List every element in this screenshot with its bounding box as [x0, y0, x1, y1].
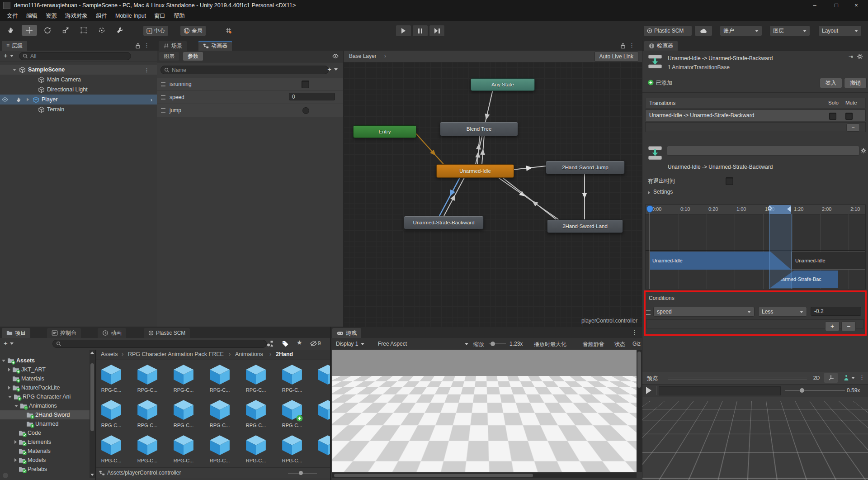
tab-plastic-scm[interactable]: Plastic SCM — [144, 328, 190, 338]
preview-play-button[interactable] — [646, 387, 651, 394]
add-condition-button[interactable]: + — [825, 321, 840, 331]
play-button[interactable] — [396, 25, 411, 37]
float-value-field[interactable]: 0 — [289, 93, 335, 100]
asset-item[interactable]: RPG-C... — [170, 363, 198, 393]
layout-dropdown[interactable]: Layout — [818, 25, 862, 36]
tab-project[interactable]: 项目 — [2, 328, 30, 338]
project-tree-item-materials[interactable]: Materials — [0, 374, 90, 383]
hierarchy-create-button[interactable]: + — [4, 52, 8, 59]
tab-hierarchy[interactable]: ≡层级 — [2, 41, 27, 51]
aspect-dropdown[interactable]: Free Aspect — [375, 339, 471, 348]
project-tree-item-elements[interactable]: Elements — [0, 437, 90, 447]
breadcrumb[interactable]: Base Layer — [349, 53, 377, 59]
game-vertical-scrollbar[interactable] — [637, 350, 642, 472]
animator-graph-canvas[interactable]: Any State Entry Blend Tree Unarmed-Idle … — [344, 62, 642, 327]
timeline-clip-unarmed-idle-b[interactable]: Unarmed-Idle — [791, 252, 866, 270]
project-create-caret-icon[interactable] — [10, 342, 14, 345]
game-menu-icon[interactable]: ⋮ — [632, 329, 637, 336]
hierarchy-search-input[interactable]: All — [19, 52, 131, 60]
hierarchy-scene-row[interactable]: SampleScene ⋮ — [0, 65, 157, 75]
state-node-unarmed-idle[interactable]: Unarmed-Idle — [436, 164, 514, 178]
preview-viewport[interactable]: 0:00 (000.0%) Frame 0 @稀土掘金技术社区 — [642, 397, 868, 480]
project-tree-item-assets[interactable]: Assets — [0, 356, 90, 365]
trigger-radio[interactable] — [302, 107, 309, 114]
move-tool-button[interactable] — [22, 25, 37, 36]
state-node-any-state[interactable]: Any State — [471, 78, 535, 91]
project-tree-item-jkt-art[interactable]: JKT_ART — [0, 365, 90, 374]
foldout-arrow-icon[interactable] — [13, 69, 16, 71]
asset-item[interactable]: RPG-C... — [97, 399, 125, 428]
project-tree-item-materials2[interactable]: Materials — [0, 447, 90, 456]
asset-item[interactable]: RPG-C... — [206, 434, 234, 463]
remove-condition-button[interactable]: − — [841, 321, 856, 331]
transform-tool-button[interactable] — [94, 25, 109, 36]
menu-window[interactable]: 窗口 — [150, 12, 170, 20]
breadcrumb-current[interactable]: 2Hand — [276, 351, 293, 357]
scene-menu-icon[interactable]: ⋮ — [144, 67, 150, 73]
thumbnail-size-slider-handle[interactable] — [299, 471, 303, 475]
asset-item[interactable]: RPG-C... — [278, 363, 306, 393]
close-button[interactable]: × — [846, 0, 866, 11]
tab-game[interactable]: 游戏 — [332, 328, 361, 338]
game-horizontal-scrollbar[interactable] — [332, 473, 637, 478]
maximize-button[interactable]: □ — [826, 0, 846, 11]
state-node-unarmed-strafe-backward[interactable]: Unarmed-Strafe-Backward — [404, 216, 484, 229]
project-tree-item-models[interactable]: Models — [0, 456, 90, 465]
asset-item[interactable]: RPG-C... — [206, 399, 234, 428]
project-tree-item-naturepacklite[interactable]: NaturePackLite — [0, 383, 90, 392]
menu-assets[interactable]: 资源 — [42, 12, 61, 20]
transition-range-band[interactable] — [769, 214, 792, 290]
remove-transition-button[interactable]: − — [846, 124, 860, 132]
asset-item[interactable]: RPG-C... — [133, 399, 161, 428]
asset-item[interactable]: RPG-C... — [242, 434, 270, 463]
tab-scene[interactable]: 场景 — [159, 41, 187, 51]
preview-avatar-dropdown[interactable] — [840, 373, 858, 383]
label-filter-icon[interactable] — [282, 341, 288, 347]
drag-handle-icon[interactable] — [161, 95, 165, 100]
menu-mobile-input[interactable]: Mobile Input — [111, 13, 150, 19]
scale-tool-button[interactable] — [58, 25, 73, 36]
gear-icon[interactable] — [857, 53, 863, 60]
hidden-count-icon[interactable] — [310, 341, 317, 347]
hierarchy-item-main-camera[interactable]: Main Camera — [0, 75, 157, 85]
hierarchy-item-player[interactable]: Player › — [0, 95, 157, 105]
asset-item[interactable]: RPG-C... — [97, 434, 125, 463]
preview-scrub-bar[interactable] — [659, 386, 781, 395]
state-node-blend-tree[interactable]: Blend Tree — [440, 122, 518, 136]
asset-item[interactable]: RPG-C... — [170, 434, 198, 463]
gear-icon[interactable] — [860, 147, 867, 154]
revert-button[interactable]: 撤销 — [844, 78, 867, 88]
state-node-2hand-sword-land[interactable]: 2Hand-Sword-Land — [547, 219, 623, 233]
bool-checkbox[interactable] — [302, 81, 309, 88]
scrollbar-thumb[interactable] — [334, 474, 533, 477]
hand-tool-button[interactable] — [4, 25, 19, 36]
maximize-on-play-button[interactable]: 播放时最大化 — [534, 341, 566, 348]
project-asset-grid[interactable]: Assets › RPG Character Animation Pack FR… — [96, 350, 330, 467]
pause-button[interactable] — [412, 25, 428, 37]
asset-item[interactable]: RPG-C... — [278, 399, 306, 428]
breadcrumb-assets[interactable]: Assets — [101, 351, 118, 357]
menu-edit[interactable]: 编辑 — [22, 12, 42, 20]
foldout-arrow-icon[interactable] — [27, 98, 29, 101]
checkin-button[interactable]: 签入 — [820, 78, 842, 88]
breadcrumb-animations[interactable]: Animations — [235, 351, 263, 357]
cloud-button[interactable] — [694, 25, 712, 36]
project-tree-scrollbar[interactable] — [90, 350, 95, 478]
project-tree-item-prefabs[interactable]: Prefabs — [0, 465, 90, 474]
scrollbar-thumb[interactable] — [637, 352, 641, 388]
pivot-mode-button[interactable]: 中心 — [143, 25, 169, 36]
asset-item[interactable]: RPG-C... — [242, 399, 270, 428]
gizmos-button[interactable]: Giz — [632, 341, 641, 347]
stats-button[interactable]: 状态 — [614, 341, 625, 348]
add-parameter-caret-icon[interactable] — [334, 68, 338, 71]
hierarchy-item-directional-light[interactable]: Directional Light — [0, 85, 157, 95]
animator-parameters-button[interactable]: 参数 — [183, 52, 203, 61]
condition-threshold-field[interactable]: -0.2 — [811, 307, 861, 316]
asset-item[interactable]: RPG-C... — [242, 363, 270, 393]
condition-operator-dropdown[interactable]: Less — [758, 307, 807, 317]
project-tree-item-animations[interactable]: Animations — [0, 401, 90, 410]
preview-speed-slider[interactable] — [785, 390, 845, 391]
preview-header[interactable]: 预览 2D ⋮ — [642, 371, 868, 385]
preview-2d-button[interactable]: 2D — [811, 373, 822, 382]
menu-file[interactable]: 文件 — [3, 12, 22, 20]
